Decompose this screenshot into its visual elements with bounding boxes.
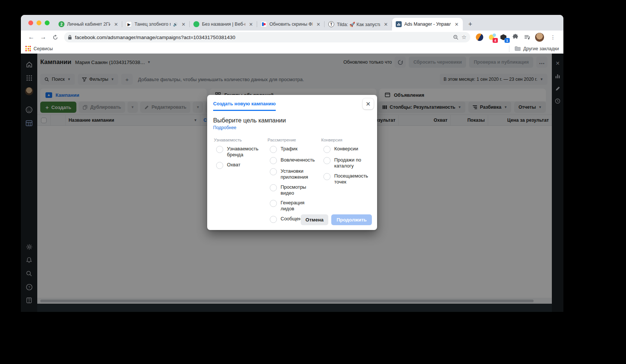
objective-label: Продажи по каталогу (334, 157, 371, 169)
close-tab-icon[interactable]: ✕ (180, 22, 187, 27)
extension-badge: 4 (493, 38, 498, 43)
swirl-extension-icon[interactable] (475, 33, 484, 41)
objective-columns: Узнаваемость Узнаваемость бренда Охват Р… (213, 138, 371, 227)
window-controls (25, 15, 55, 31)
tab-title: Tilda: 🚀 Как запустить т (337, 22, 380, 27)
browser-toolbar: ← → facebook.com/adsmanager/manage/campa… (21, 31, 563, 44)
objective-option[interactable]: Генерация лидов (270, 200, 317, 212)
continue-button[interactable]: Продолжить (331, 214, 372, 225)
tab-fb-screens[interactable]: Обновить скрины ФБ на ✕ (257, 18, 325, 31)
tab-evernote[interactable]: Без названия | Веб-клие ✕ (190, 18, 257, 31)
objective-option[interactable]: Посещаемость точек (323, 173, 371, 185)
column-consideration: Рассмотрение Трафик Вовлеченность Устано… (268, 138, 317, 227)
column-conversion: Конверсия Конверсии Продажи по каталогу … (321, 138, 371, 227)
close-tab-icon[interactable]: ✕ (315, 22, 322, 27)
objective-label: Трафик (281, 146, 297, 152)
radio-button[interactable] (270, 184, 277, 191)
puzzle-extensions-icon[interactable] (511, 33, 519, 41)
objective-option[interactable]: Охват (216, 162, 264, 169)
modal-heading: Выберите цель кампании (213, 117, 371, 124)
tabs-container: 2 Личный кабинет 2ГИС: Р ✕ ▶ Танец злобн… (55, 15, 475, 31)
playlist-extension-icon[interactable] (523, 33, 531, 41)
close-tab-icon[interactable]: ✕ (453, 22, 460, 27)
column-header: Конверсия (321, 138, 371, 142)
tab-title: Без названия | Веб-клие (202, 22, 245, 27)
objective-option[interactable]: Конверсии (323, 146, 371, 153)
radio-button[interactable] (270, 200, 277, 207)
bookmark-services[interactable]: Сервисы (25, 46, 53, 51)
close-tab-icon[interactable]: ✕ (113, 22, 119, 27)
objective-option[interactable]: Установки приложения (270, 168, 317, 180)
objective-label: Охват (227, 162, 240, 168)
cube-extension-icon[interactable]: 1 (499, 33, 508, 41)
objective-option[interactable]: Трафик (270, 146, 317, 153)
radio-button[interactable] (323, 146, 331, 153)
column-header: Узнаваемость (214, 138, 264, 142)
bookmark-star-icon[interactable]: ☆ (462, 34, 467, 41)
radio-button[interactable] (323, 173, 331, 180)
zoom-out-icon[interactable] (453, 35, 459, 40)
close-window-button[interactable] (28, 20, 33, 25)
tilda-icon: T (328, 21, 334, 27)
objective-option[interactable]: Продажи по каталогу (323, 157, 371, 169)
evernote-icon (193, 21, 199, 27)
objective-label: Просмотры видео (281, 184, 317, 196)
tab-title: Обновить скрины ФБ на (269, 22, 313, 27)
fullscreen-window-button[interactable] (45, 20, 50, 25)
close-modal-button[interactable]: ✕ (363, 98, 374, 109)
other-bookmarks[interactable]: Другие закладки (509, 45, 559, 52)
tab-title: Танец злобного гени (135, 22, 171, 27)
address-bar[interactable]: facebook.com/adsmanager/manage/campaigns… (64, 32, 470, 42)
bookmarks-bar: Сервисы Другие закладки (21, 44, 563, 54)
forward-icon[interactable]: → (38, 32, 48, 42)
cancel-button[interactable]: Отмена (301, 214, 328, 225)
folder-icon (515, 46, 521, 51)
tab-title: Личный кабинет 2ГИС: Р (67, 22, 110, 27)
column-header: Рассмотрение (268, 138, 317, 142)
extension-badge: 1 (505, 38, 510, 43)
browser-tab-strip: 2 Личный кабинет 2ГИС: Р ✕ ▶ Танец злобн… (21, 15, 563, 31)
objective-label: Посещаемость точек (334, 173, 371, 185)
radio-button[interactable] (323, 157, 331, 164)
blue-red-app-icon (261, 21, 267, 27)
play-icon: ▶ (126, 21, 132, 27)
radio-button[interactable] (216, 162, 223, 169)
radio-button[interactable] (270, 216, 277, 223)
close-tab-icon[interactable]: ✕ (383, 22, 389, 27)
radio-button[interactable] (270, 168, 277, 175)
chrome-menu-icon[interactable]: ⋮ (548, 32, 558, 42)
lightbulb-extension-icon[interactable]: 4 (487, 33, 496, 41)
tab-audio-icon[interactable]: 🔊 (173, 22, 178, 26)
url-text[interactable]: facebook.com/adsmanager/manage/campaigns… (75, 35, 450, 40)
lock-icon (68, 35, 72, 40)
modal-title-tab: Создать новую кампанию (213, 101, 276, 111)
column-awareness: Узнаваемость Узнаваемость бренда Охват (214, 138, 264, 227)
objective-option[interactable]: Узнаваемость бренда (216, 146, 264, 158)
radio-button[interactable] (270, 146, 277, 153)
reload-icon[interactable] (50, 32, 60, 42)
ads-manager-icon (396, 21, 402, 27)
minimize-window-button[interactable] (37, 20, 41, 25)
back-icon[interactable]: ← (26, 32, 37, 42)
objective-option[interactable]: Вовлеченность (270, 157, 317, 164)
other-bookmarks-label: Другие закладки (523, 46, 559, 51)
tab-2gis[interactable]: 2 Личный кабинет 2ГИС: Р ✕ (55, 18, 122, 31)
modal-footer: Отмена Продолжить (301, 214, 372, 225)
learn-more-link[interactable]: Подробнее (213, 125, 371, 130)
close-tab-icon[interactable]: ✕ (248, 22, 254, 27)
objective-option[interactable]: Просмотры видео (270, 184, 317, 196)
radio-button[interactable] (270, 157, 277, 164)
new-tab-button[interactable]: + (465, 19, 475, 29)
tab-ads-manager-active[interactable]: Ads Manager - Управлени ✕ (392, 18, 463, 31)
objective-label: Узнаваемость бренда (227, 146, 264, 158)
objective-label: Генерация лидов (281, 200, 317, 212)
extensions-row: 4 1 ⋮ (474, 32, 560, 42)
tab-title: Ads Manager - Управлени (404, 22, 451, 27)
tab-video[interactable]: ▶ Танец злобного гени 🔊 ✕ (122, 18, 190, 31)
bookmark-services-label: Сервисы (34, 46, 53, 51)
objective-label: Вовлеченность (281, 157, 315, 163)
profile-avatar[interactable] (535, 33, 544, 42)
create-campaign-modal: Создать новую кампанию ✕ Выберите цель к… (207, 95, 377, 230)
tab-tilda[interactable]: T Tilda: 🚀 Как запустить т ✕ (325, 18, 392, 31)
radio-button[interactable] (216, 146, 223, 153)
